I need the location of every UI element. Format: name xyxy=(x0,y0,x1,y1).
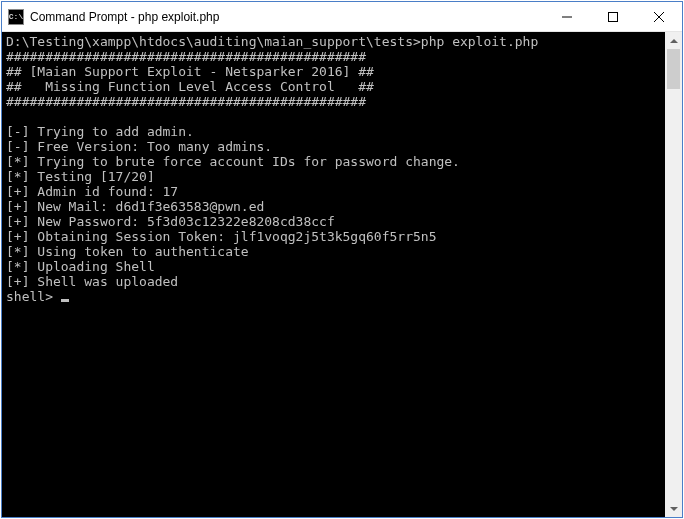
minimize-icon xyxy=(562,12,572,22)
output-line: [+] New Password: 5f3d03c12322e8208cd38c… xyxy=(6,214,661,229)
svg-marker-4 xyxy=(670,39,678,43)
output-line: [+] Shell was uploaded xyxy=(6,274,661,289)
prompt-path: D:\Testing\xampp\htdocs\auditing\maian_s… xyxy=(6,34,421,49)
output-line: [*] Uploading Shell xyxy=(6,259,661,274)
svg-rect-1 xyxy=(609,12,618,21)
output-line: ########################################… xyxy=(6,94,661,109)
maximize-button[interactable] xyxy=(590,2,636,31)
chevron-up-icon xyxy=(670,39,678,43)
chevron-down-icon xyxy=(670,507,678,511)
shell-prompt: shell> xyxy=(6,289,61,304)
console-area[interactable]: D:\Testing\xampp\htdocs\auditing\maian_s… xyxy=(2,32,682,517)
output-line: ## Missing Function Level Access Control… xyxy=(6,79,661,94)
command-text: php exploit.php xyxy=(421,34,538,49)
titlebar[interactable]: C:\ Command Prompt - php exploit.php xyxy=(2,2,682,32)
scrollbar-thumb[interactable] xyxy=(667,49,680,89)
cursor xyxy=(61,299,69,302)
scroll-down-button[interactable] xyxy=(665,500,682,517)
output-line: [*] Trying to brute force account IDs fo… xyxy=(6,154,661,169)
output-line: [*] Testing [17/20] xyxy=(6,169,661,184)
output-line: [-] Free Version: Too many admins. xyxy=(6,139,661,154)
svg-marker-5 xyxy=(670,507,678,511)
minimize-button[interactable] xyxy=(544,2,590,31)
vertical-scrollbar[interactable] xyxy=(665,32,682,517)
console-output[interactable]: D:\Testing\xampp\htdocs\auditing\maian_s… xyxy=(2,32,665,517)
window-controls xyxy=(544,2,682,31)
window-title: Command Prompt - php exploit.php xyxy=(30,10,544,24)
command-prompt-window: C:\ Command Prompt - php exploit.php D:\… xyxy=(1,1,683,518)
output-line: [+] Admin id found: 17 xyxy=(6,184,661,199)
maximize-icon xyxy=(608,12,618,22)
output-line: [-] Trying to add admin. xyxy=(6,124,661,139)
output-line: [+] Obtaining Session Token: jlf1voqg2j5… xyxy=(6,229,661,244)
output-line: [+] New Mail: d6d1f3e63583@pwn.ed xyxy=(6,199,661,214)
cmd-icon: C:\ xyxy=(8,9,24,25)
output-line: [*] Using token to authenticate xyxy=(6,244,661,259)
output-line xyxy=(6,109,661,124)
output-line: ## [Maian Support Exploit - Netsparker 2… xyxy=(6,64,661,79)
close-icon xyxy=(654,12,664,22)
scrollbar-track[interactable] xyxy=(665,49,682,500)
close-button[interactable] xyxy=(636,2,682,31)
scroll-up-button[interactable] xyxy=(665,32,682,49)
output-line: ########################################… xyxy=(6,49,661,64)
